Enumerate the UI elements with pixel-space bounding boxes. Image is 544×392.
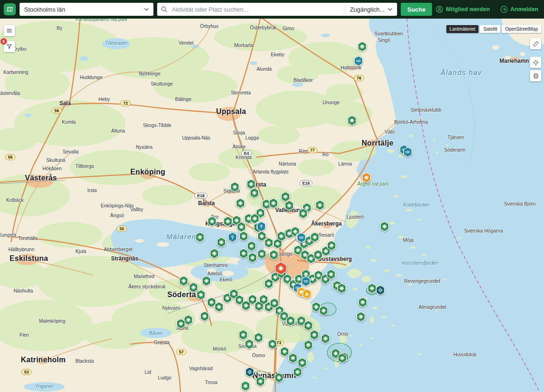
accessibility-filter[interactable]: Zugänglich... bbox=[345, 6, 397, 13]
map-marker[interactable] bbox=[301, 276, 311, 287]
layer-openstreetmap[interactable]: OpenStreetMap bbox=[502, 25, 541, 33]
map-marker[interactable] bbox=[288, 353, 298, 364]
map-marker[interactable] bbox=[326, 269, 336, 280]
map-marker[interactable] bbox=[321, 333, 331, 344]
map-marker[interactable] bbox=[245, 367, 255, 378]
map-marker[interactable] bbox=[223, 216, 233, 227]
chevron-down-icon bbox=[388, 8, 392, 11]
map-marker[interactable] bbox=[347, 115, 357, 126]
map-marker[interactable] bbox=[268, 339, 278, 350]
person-circle-icon bbox=[436, 6, 443, 13]
measure-button[interactable] bbox=[530, 38, 541, 49]
map-marker[interactable] bbox=[176, 319, 186, 329]
map-marker[interactable] bbox=[285, 200, 294, 211]
map-marker[interactable] bbox=[354, 56, 364, 66]
map-marker[interactable] bbox=[337, 283, 347, 294]
map-marker[interactable] bbox=[338, 353, 347, 364]
map-marker[interactable] bbox=[310, 330, 319, 340]
search-bar: Zugänglich... bbox=[157, 3, 397, 16]
search-input[interactable] bbox=[171, 6, 345, 13]
map-marker[interactable] bbox=[250, 188, 259, 199]
map-marker[interactable] bbox=[264, 238, 274, 248]
login-link-label: Anmelden bbox=[511, 6, 538, 13]
map-marker[interactable] bbox=[239, 248, 249, 259]
map-marker[interactable] bbox=[236, 198, 245, 209]
map-marker[interactable] bbox=[256, 376, 265, 387]
filter-count-badge: 5 bbox=[0, 38, 7, 45]
map-marker[interactable] bbox=[403, 147, 413, 158]
map-marker[interactable] bbox=[274, 372, 284, 383]
map-fold-icon bbox=[6, 6, 13, 13]
hamburger-icon bbox=[6, 27, 13, 34]
map-marker[interactable] bbox=[293, 367, 303, 378]
region-select[interactable]: Stockholms län bbox=[20, 3, 153, 16]
map-marker[interactable] bbox=[269, 198, 279, 209]
map-marker[interactable] bbox=[358, 297, 368, 308]
map-marker[interactable] bbox=[248, 252, 258, 263]
map-tools bbox=[530, 38, 541, 81]
left-controls: 5 bbox=[4, 25, 15, 52]
map-marker[interactable] bbox=[327, 240, 337, 251]
top-bar: Stockholms län Zugänglich... Suche bbox=[0, 0, 544, 19]
map-marker[interactable] bbox=[297, 233, 306, 243]
region-select-value: Stockholms län bbox=[24, 6, 65, 13]
filter-funnel-icon bbox=[6, 43, 13, 50]
map-marker[interactable] bbox=[356, 312, 366, 322]
map-marker[interactable] bbox=[200, 311, 210, 322]
login-link[interactable]: Anmelden bbox=[500, 6, 538, 13]
arrow-right-circle-icon bbox=[500, 6, 508, 13]
map-marker[interactable] bbox=[269, 250, 279, 260]
map-marker[interactable] bbox=[207, 216, 217, 227]
map-marker[interactable] bbox=[310, 232, 320, 243]
ruler-icon bbox=[532, 40, 539, 47]
layer-satellit[interactable]: Satellit bbox=[480, 25, 500, 33]
map-marker[interactable] bbox=[380, 221, 390, 232]
map-marker[interactable] bbox=[217, 237, 226, 248]
map-marker[interactable] bbox=[210, 248, 219, 259]
map-marker[interactable] bbox=[275, 262, 287, 275]
map-marker[interactable] bbox=[286, 316, 296, 326]
locate-button[interactable] bbox=[530, 57, 541, 68]
menu-button[interactable] bbox=[4, 25, 15, 36]
filter-button[interactable]: 5 bbox=[4, 41, 15, 52]
map-marker[interactable] bbox=[241, 381, 251, 392]
map-marker[interactable] bbox=[254, 332, 264, 343]
map-marker[interactable] bbox=[196, 290, 206, 300]
accessibility-filter-label: Zugänglich... bbox=[350, 6, 385, 13]
map-marker[interactable] bbox=[257, 221, 266, 232]
map-marker[interactable] bbox=[319, 306, 329, 316]
printer-icon bbox=[532, 73, 539, 80]
map-marker[interactable] bbox=[304, 340, 313, 351]
map-marker[interactable] bbox=[362, 173, 372, 183]
map-marker[interactable] bbox=[358, 41, 367, 52]
nav-links: Mitglied werden Anmelden bbox=[436, 6, 538, 13]
layer-switcher: Lantmäteriet Satellit OpenStreetMap bbox=[446, 25, 541, 33]
app-logo[interactable] bbox=[4, 3, 16, 15]
map-marker[interactable] bbox=[376, 285, 385, 296]
member-link-label: Mitglied werden bbox=[446, 6, 490, 13]
map-marker[interactable] bbox=[179, 276, 189, 286]
map-marker[interactable] bbox=[195, 232, 205, 243]
map-marker[interactable] bbox=[245, 339, 254, 350]
print-button[interactable] bbox=[530, 70, 541, 81]
search-button[interactable]: Suche bbox=[401, 3, 432, 16]
layer-lantmateriet[interactable]: Lantmäteriet bbox=[446, 25, 479, 33]
map-marker[interactable] bbox=[202, 276, 212, 286]
map-marker[interactable] bbox=[315, 200, 325, 211]
map-marker[interactable] bbox=[257, 249, 267, 259]
map-marker[interactable] bbox=[299, 208, 308, 219]
map-marker[interactable] bbox=[230, 182, 240, 193]
search-icon bbox=[157, 6, 171, 13]
chevron-down-icon bbox=[144, 8, 149, 11]
map-marker[interactable] bbox=[239, 231, 249, 242]
member-link[interactable]: Mitglied werden bbox=[436, 6, 490, 13]
map-marker[interactable] bbox=[228, 232, 238, 243]
crosshair-icon bbox=[532, 59, 539, 66]
map-marker[interactable] bbox=[302, 289, 312, 299]
map-canvas[interactable]: UppsalaVästeråsEskilstunaKatrineholmNorr… bbox=[0, 19, 544, 392]
